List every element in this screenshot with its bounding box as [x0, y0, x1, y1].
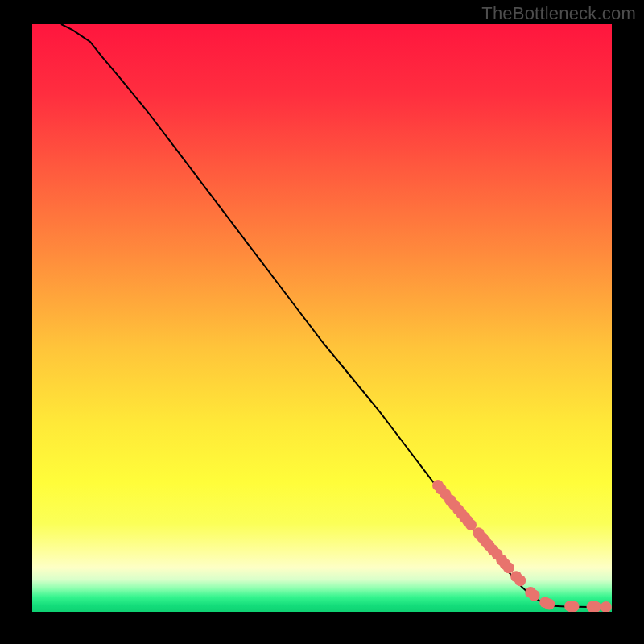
data-point [568, 601, 579, 612]
gradient-background [32, 24, 612, 612]
attribution-text: TheBottleneck.com [481, 3, 636, 24]
data-point [503, 562, 514, 573]
plot-area [32, 24, 612, 612]
data-point [514, 575, 526, 586]
chart-root: TheBottleneck.com [0, 0, 644, 644]
data-point [529, 590, 540, 601]
data-point [543, 599, 555, 610]
chart-svg [32, 24, 612, 612]
